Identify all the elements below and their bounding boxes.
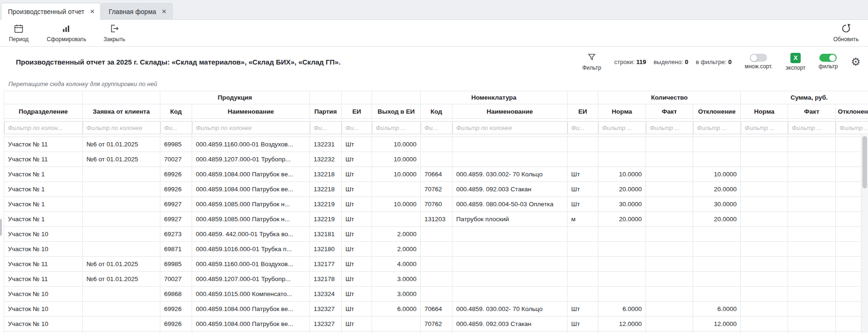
table-row[interactable]: Участок № 1069868000.4859.1015.000 Компе… bbox=[4, 287, 868, 302]
column-filter-input[interactable] bbox=[693, 121, 741, 134]
cell bbox=[567, 137, 598, 152]
period-button[interactable]: Период bbox=[7, 23, 30, 43]
tab-close-icon[interactable] bbox=[90, 7, 94, 15]
table-row[interactable]: Участок № 11№6 от 01.01.202570027000.485… bbox=[4, 152, 868, 167]
table-row[interactable]: Участок № 169926000.4859.1084.000 Патруб… bbox=[4, 182, 868, 197]
column-header[interactable]: ЕИ bbox=[567, 104, 598, 119]
column-filter-input[interactable] bbox=[342, 121, 372, 134]
column-header[interactable]: Наименование bbox=[452, 104, 567, 119]
generate-label: Сформировать bbox=[47, 36, 86, 43]
cell: 132324 bbox=[310, 287, 342, 302]
cell: 132218 bbox=[310, 167, 342, 182]
column-filter-input[interactable] bbox=[836, 121, 868, 134]
tab-close-icon[interactable] bbox=[162, 7, 166, 15]
refresh-button[interactable]: Обновить bbox=[833, 23, 859, 43]
cell: 20.0000 bbox=[693, 212, 741, 227]
column-header[interactable]: Заявка от клиента bbox=[83, 104, 160, 119]
toggle-switch-off-icon[interactable] bbox=[750, 54, 767, 62]
band-header-empty bbox=[342, 91, 372, 104]
table-row[interactable]: Участок № 11№6 от 01.01.202570027000.485… bbox=[4, 272, 868, 287]
filter-row bbox=[4, 119, 868, 137]
filter-cell bbox=[160, 119, 192, 137]
cell: 10.0000 bbox=[372, 167, 421, 182]
column-filter-input[interactable] bbox=[598, 121, 646, 134]
export-button[interactable]: X экспорт bbox=[786, 53, 806, 71]
column-header[interactable]: Партия bbox=[310, 104, 342, 119]
table-row[interactable]: Участок № 169926000.4859.1084.000 Патруб… bbox=[4, 167, 868, 182]
vertical-scrollbar[interactable] bbox=[861, 135, 868, 333]
cell bbox=[452, 242, 567, 257]
group-panel-hint: Перетащите сюда колонку для группировки … bbox=[8, 80, 157, 87]
column-header[interactable]: Наименование bbox=[192, 104, 310, 119]
column-filter-input[interactable] bbox=[83, 121, 160, 134]
column-header[interactable]: Факт bbox=[646, 104, 693, 119]
column-header[interactable]: Отклонение bbox=[836, 104, 868, 119]
cell bbox=[598, 272, 646, 287]
cell bbox=[646, 182, 693, 197]
scrollbar-thumb[interactable] bbox=[862, 136, 867, 188]
column-header[interactable]: ЕИ bbox=[342, 104, 372, 119]
table-row[interactable]: Участок № 1069871000.4859.1016.000-01 Тр… bbox=[4, 242, 868, 257]
grid-controls: Фильтр строки: 119 выделено: 0 в фильтре… bbox=[582, 52, 861, 71]
tab-production-report[interactable]: Производственный отчет bbox=[1, 3, 100, 20]
column-header[interactable]: Факт bbox=[788, 104, 836, 119]
table-row[interactable]: Участок № 11№6 от 01.01.202569985000.485… bbox=[4, 257, 868, 272]
column-filter-input[interactable] bbox=[192, 121, 310, 134]
cell bbox=[421, 272, 452, 287]
cell: 132177 bbox=[310, 257, 342, 272]
group-panel[interactable]: Перетащите сюда колонку для группировки … bbox=[0, 77, 868, 91]
table-row[interactable]: Участок № 169927000.4859.1085.000 Патруб… bbox=[4, 197, 868, 212]
settings-gear-icon[interactable] bbox=[851, 57, 861, 67]
table-row[interactable]: Участок № 11№6 от 01.01.202569985000.485… bbox=[4, 137, 868, 152]
cell bbox=[646, 167, 693, 182]
cell: Шт bbox=[342, 302, 372, 317]
cell bbox=[83, 182, 160, 197]
column-filter-input[interactable] bbox=[741, 121, 788, 134]
left-splitter-handle[interactable] bbox=[0, 219, 2, 236]
tab-main-form[interactable]: Главная форма bbox=[101, 3, 172, 19]
column-header[interactable]: Код bbox=[421, 104, 452, 119]
exit-door-icon bbox=[109, 23, 120, 35]
close-button[interactable]: Закрыть bbox=[103, 23, 126, 43]
column-filter-input[interactable] bbox=[310, 121, 342, 134]
cell bbox=[372, 182, 421, 197]
cell bbox=[788, 152, 836, 167]
column-header[interactable]: Код bbox=[160, 104, 192, 119]
table-row[interactable]: Участок № 1069273000.4859. 442.000-01 Тр… bbox=[4, 227, 868, 242]
column-filter-input[interactable] bbox=[788, 121, 836, 134]
cell bbox=[83, 227, 160, 242]
column-header[interactable]: Норма bbox=[598, 104, 646, 119]
table-row[interactable]: Участок № 1069927000.4859.1085.000 Патру… bbox=[4, 332, 868, 333]
column-filter-input[interactable] bbox=[372, 121, 421, 134]
cell: 69985 bbox=[160, 257, 192, 272]
toggle-switch-on-icon[interactable] bbox=[819, 54, 837, 62]
column-header[interactable]: Норма bbox=[741, 104, 788, 119]
column-filter-input[interactable] bbox=[567, 121, 598, 134]
stat-rows-value: 119 bbox=[636, 58, 646, 65]
generate-button[interactable]: Сформировать bbox=[47, 23, 86, 43]
cell: 000.4859.1016.000-01 Трубка п... bbox=[192, 242, 310, 257]
cell bbox=[788, 287, 836, 302]
column-header[interactable]: Отклонение bbox=[693, 104, 741, 119]
cell: 000.4859.1015.000 Компенсато... bbox=[192, 287, 310, 302]
filter-toggle[interactable]: фильтр bbox=[818, 54, 838, 70]
column-filter-input[interactable] bbox=[160, 121, 192, 134]
table-row[interactable]: Участок № 169927000.4859.1085.000 Патруб… bbox=[4, 212, 868, 227]
table-row[interactable]: Участок № 1069926000.4859.1084.000 Патру… bbox=[4, 302, 868, 317]
cell bbox=[83, 167, 160, 182]
column-filter-input[interactable] bbox=[421, 121, 452, 134]
filter-panel-button[interactable]: Фильтр bbox=[582, 52, 601, 71]
column-filter-input[interactable] bbox=[646, 121, 693, 134]
column-filter-input[interactable] bbox=[452, 121, 567, 134]
column-header[interactable]: Подразделение bbox=[4, 104, 83, 119]
cell: 000.4859.1085.000 Патрубок н... bbox=[192, 332, 310, 333]
column-filter-input[interactable] bbox=[4, 121, 83, 134]
cell: 000.4859.1207.000-01 Трубопр... bbox=[192, 272, 310, 287]
data-grid: ПродукцияНоменклатураКоличествоСумма, ру… bbox=[4, 91, 868, 333]
table-row[interactable]: Участок № 1069926000.4859.1084.000 Патру… bbox=[4, 317, 868, 332]
cell: №6 от 01.01.2025 bbox=[83, 137, 160, 152]
cell: Шт bbox=[342, 167, 372, 182]
cell bbox=[693, 257, 741, 272]
multi-sort-toggle[interactable]: множ.сорт. bbox=[745, 54, 773, 70]
column-header[interactable]: Выход в ЕИ bbox=[372, 104, 421, 119]
